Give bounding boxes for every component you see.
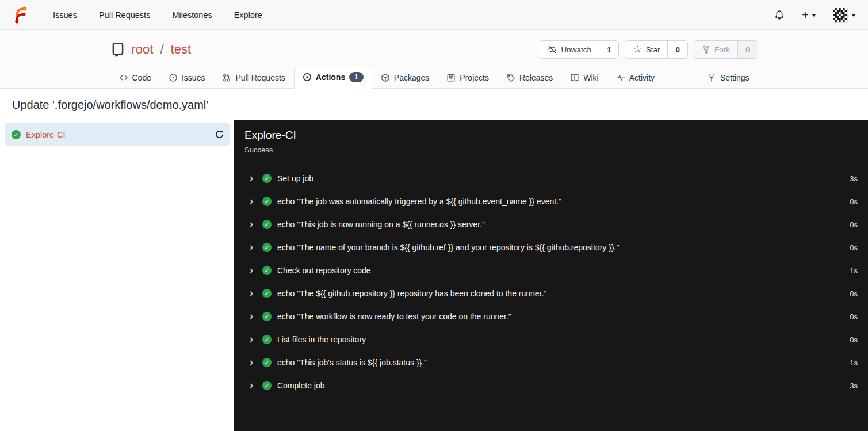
step-row[interactable]: › ✓ Set up job 3s [234,167,868,190]
check-circle-icon: ✓ [262,335,272,344]
repo-name-link[interactable]: test [171,42,191,57]
step-name: Complete job [277,381,325,390]
tag-icon [506,73,515,82]
check-circle-icon: ✓ [12,130,21,139]
nav-link-explore[interactable]: Explore [223,6,273,24]
chevron-right-icon: › [250,334,259,344]
step-row[interactable]: › ✓ echo "The workflow is now ready to t… [234,305,868,328]
user-menu-button[interactable] [826,3,856,26]
tab-label: Code [132,73,151,82]
tab-label: Settings [720,73,750,82]
run-content: ✓ Explore-CI Explore-CI Success › ✓ Set … [0,120,868,431]
step-name: echo "The name of your branch is ${{ git… [277,243,619,252]
job-log-header: Explore-CI Success [234,120,868,162]
job-status-text: Success [244,146,858,154]
step-duration: 3s [850,174,858,183]
star-button[interactable]: ☆ Star [625,41,667,58]
forgejo-logo-icon [12,6,29,24]
tab-wiki[interactable]: Wiki [561,67,607,89]
bell-icon [774,10,785,20]
plus-icon: + [802,9,809,21]
actions-count-badge: 1 [349,72,364,82]
caret-down-icon [812,14,816,17]
fork-count[interactable]: 0 [737,41,758,58]
step-duration: 0s [850,220,858,229]
nav-link-pull-requests[interactable]: Pull Requests [88,6,161,24]
repo-tabs: Code Issues Pull Requests Actions 1 [110,66,758,88]
fork-icon [702,45,710,54]
repo-owner-link[interactable]: root [132,42,154,57]
step-duration: 0s [850,243,858,252]
play-circle-icon [303,73,312,82]
main-nav: Issues Pull Requests Milestones Explore [42,6,273,24]
step-name: List files in the repository [277,335,366,344]
check-circle-icon: ✓ [262,312,272,321]
forgejo-logo[interactable] [12,6,29,24]
rerun-button[interactable] [215,129,224,139]
tab-actions[interactable]: Actions 1 [294,66,372,89]
tools-icon [707,73,716,82]
tab-activity[interactable]: Activity [607,67,663,89]
unwatch-label: Unwatch [561,45,591,54]
create-new-button[interactable]: + [795,6,823,24]
star-label: Star [646,45,660,54]
steps-list: › ✓ Set up job 3s › ✓ echo "The job was … [234,162,868,397]
tab-label: Issues [182,73,205,82]
repo-path-separator: / [160,42,163,57]
step-name: echo "This job is now running on a ${{ r… [277,220,485,229]
step-name: echo "This job's status is ${{ job.statu… [277,358,427,367]
step-duration: 0s [850,335,858,344]
chevron-right-icon: › [250,265,259,275]
nav-link-milestones[interactable]: Milestones [161,6,223,24]
step-row[interactable]: › ✓ echo "The name of your branch is ${{… [234,236,868,259]
pulse-icon [616,73,625,82]
avatar [832,7,848,23]
chevron-right-icon: › [250,242,259,252]
step-duration: 1s [850,266,858,275]
star-count[interactable]: 0 [667,41,687,58]
caret-down-icon [852,14,855,17]
tab-label: Wiki [583,73,598,82]
top-navbar: Issues Pull Requests Milestones Explore … [0,0,868,30]
tab-label: Releases [519,73,553,82]
tab-settings[interactable]: Settings [698,67,758,89]
nav-link-issues[interactable]: Issues [42,6,88,24]
step-duration: 0s [850,312,858,321]
watch-count[interactable]: 1 [599,41,619,58]
repo-title: root / test [110,42,192,58]
job-title: Explore-CI [244,129,858,142]
tab-packages[interactable]: Packages [372,67,438,89]
tab-releases[interactable]: Releases [498,67,561,89]
unwatch-button[interactable]: Unwatch [540,41,599,58]
job-log-panel: Explore-CI Success › ✓ Set up job 3s › ✓… [234,120,868,431]
step-row[interactable]: › ✓ Check out repository code 1s [234,259,868,282]
navbar-right: + [767,3,856,26]
step-row[interactable]: › ✓ List files in the repository 0s [234,328,868,351]
tab-projects[interactable]: Projects [438,67,498,89]
jobs-sidebar: ✓ Explore-CI [0,120,234,431]
chevron-right-icon: › [250,173,259,183]
step-row[interactable]: › ✓ echo "This job is now running on a $… [234,213,868,236]
notifications-button[interactable] [767,6,791,24]
step-row[interactable]: › ✓ Complete job 3s [234,374,868,397]
book-icon [570,73,579,82]
step-row[interactable]: › ✓ echo "The ${{ github.repository }} r… [234,282,868,305]
tab-issues[interactable]: Issues [160,67,213,89]
project-icon [446,73,456,82]
step-row[interactable]: › ✓ echo "This job's status is ${{ job.s… [234,351,868,374]
tab-label: Packages [394,73,429,82]
tab-code[interactable]: Code [110,67,160,89]
check-circle-icon: ✓ [262,174,272,183]
tab-pull-requests[interactable]: Pull Requests [213,67,293,89]
pull-request-icon [222,73,231,82]
check-circle-icon: ✓ [262,381,272,390]
step-duration: 0s [850,289,858,298]
fork-button[interactable]: Fork [694,41,737,58]
step-row[interactable]: › ✓ echo "The job was automatically trig… [234,190,868,213]
job-list-item[interactable]: ✓ Explore-CI [5,123,230,146]
check-circle-icon: ✓ [262,243,272,252]
step-name: echo "The job was automatically triggere… [277,197,561,206]
chevron-right-icon: › [250,357,259,367]
tab-label: Activity [629,73,655,82]
check-circle-icon: ✓ [262,358,272,367]
